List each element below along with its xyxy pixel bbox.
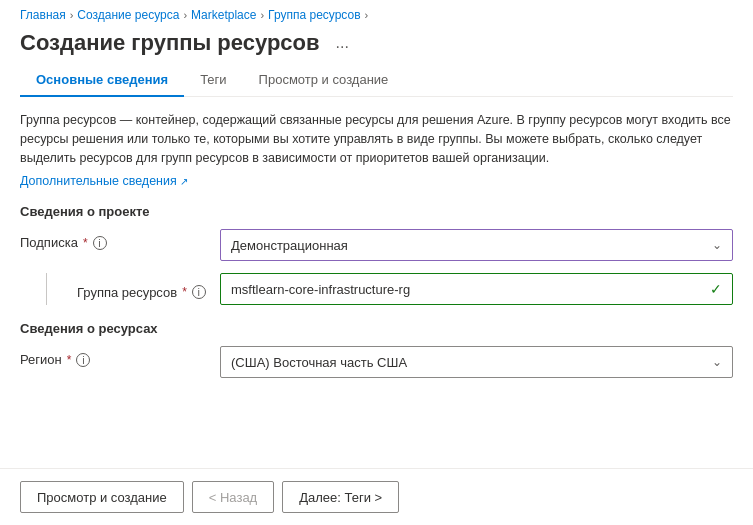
resources-section-title: Сведения о ресурсах xyxy=(20,321,733,336)
breadcrumb-home[interactable]: Главная xyxy=(20,8,66,22)
breadcrumb-sep-3: › xyxy=(260,9,264,21)
tabs-row: Основные сведения Теги Просмотр и создан… xyxy=(20,64,733,97)
subscription-required: * xyxy=(83,236,88,250)
breadcrumb-create-resource[interactable]: Создание ресурса xyxy=(77,8,179,22)
resource-group-check-icon: ✓ xyxy=(710,281,722,297)
tab-tags[interactable]: Теги xyxy=(184,64,242,97)
breadcrumb-sep-1: › xyxy=(70,9,74,21)
subscription-label: Подписка xyxy=(20,235,78,250)
resource-group-value: msftlearn-core-infrastructure-rg xyxy=(231,282,410,297)
footer: Просмотр и создание < Назад Далее: Теги … xyxy=(0,468,753,525)
review-create-button[interactable]: Просмотр и создание xyxy=(20,481,184,513)
breadcrumb-resource-group[interactable]: Группа ресурсов xyxy=(268,8,360,22)
tab-basics[interactable]: Основные сведения xyxy=(20,64,184,97)
page-title: Создание группы ресурсов xyxy=(20,30,320,56)
resource-group-dropdown[interactable]: msftlearn-core-infrastructure-rg ✓ xyxy=(220,273,733,305)
subscription-value: Демонстрационная xyxy=(231,238,348,253)
breadcrumb-sep-4: › xyxy=(365,9,369,21)
region-row: Регион * i (США) Восточная часть США ⌄ xyxy=(20,346,733,378)
breadcrumb-marketplace[interactable]: Marketplace xyxy=(191,8,256,22)
region-dropdown[interactable]: (США) Восточная часть США ⌄ xyxy=(220,346,733,378)
more-info-link[interactable]: Дополнительные сведения ↗ xyxy=(20,174,188,188)
tab-review[interactable]: Просмотр и создание xyxy=(243,64,405,97)
resource-group-info-icon[interactable]: i xyxy=(192,285,206,299)
next-button[interactable]: Далее: Теги > xyxy=(282,481,399,513)
subscription-dropdown[interactable]: Демонстрационная ⌄ xyxy=(220,229,733,261)
resource-group-required: * xyxy=(182,285,187,299)
subscription-dropdown-arrow: ⌄ xyxy=(712,238,722,252)
description-text: Группа ресурсов — контейнер, содержащий … xyxy=(20,111,733,167)
resource-group-label: Группа ресурсов xyxy=(77,285,177,300)
back-button[interactable]: < Назад xyxy=(192,481,274,513)
region-info-icon[interactable]: i xyxy=(76,353,90,367)
content-area: Основные сведения Теги Просмотр и создан… xyxy=(0,64,753,468)
external-link-icon: ↗ xyxy=(180,176,188,187)
ellipsis-button[interactable]: ... xyxy=(330,32,355,54)
subscription-info-icon[interactable]: i xyxy=(93,236,107,250)
resource-group-row: Группа ресурсов * i msftlearn-core-infra… xyxy=(20,273,733,305)
breadcrumb: Главная › Создание ресурса › Marketplace… xyxy=(0,0,753,26)
page-header: Создание группы ресурсов ... xyxy=(0,26,753,64)
region-required: * xyxy=(67,353,72,367)
indent-line xyxy=(46,273,47,305)
region-label: Регион xyxy=(20,352,62,367)
region-value: (США) Восточная часть США xyxy=(231,355,407,370)
project-section-title: Сведения о проекте xyxy=(20,204,733,219)
region-dropdown-arrow: ⌄ xyxy=(712,355,722,369)
breadcrumb-sep-2: › xyxy=(183,9,187,21)
resource-group-label-area: Группа ресурсов * i xyxy=(57,273,206,305)
subscription-row: Подписка * i Демонстрационная ⌄ xyxy=(20,229,733,261)
